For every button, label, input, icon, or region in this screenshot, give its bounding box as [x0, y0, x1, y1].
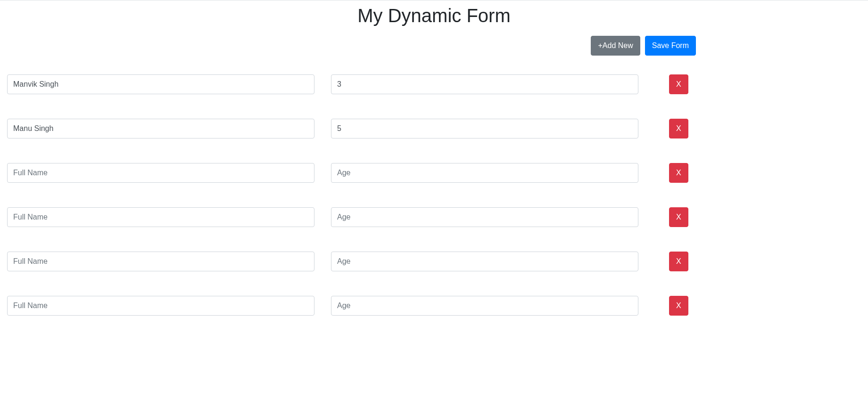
full-name-input[interactable] [7, 207, 314, 227]
form-row: X [7, 163, 861, 183]
age-input[interactable] [331, 119, 638, 138]
toolbar: +Add New Save Form [7, 36, 861, 56]
form-row: X [7, 74, 861, 94]
full-name-input[interactable] [7, 74, 314, 94]
form-row: X [7, 207, 861, 227]
age-input[interactable] [331, 163, 638, 183]
form-row: X [7, 252, 861, 271]
delete-row-button[interactable]: X [669, 207, 688, 227]
form-row: X [7, 119, 861, 138]
age-input[interactable] [331, 207, 638, 227]
top-divider [0, 0, 868, 0]
delete-row-button[interactable]: X [669, 163, 688, 183]
age-input[interactable] [331, 74, 638, 94]
form-rows-container: X X X [7, 74, 861, 316]
add-new-button[interactable]: +Add New [591, 36, 640, 56]
form-row: X [7, 296, 861, 316]
save-form-button[interactable]: Save Form [645, 36, 696, 56]
age-input[interactable] [331, 296, 638, 316]
delete-row-button[interactable]: X [669, 119, 688, 138]
full-name-input[interactable] [7, 252, 314, 271]
full-name-input[interactable] [7, 119, 314, 138]
delete-row-button[interactable]: X [669, 252, 688, 271]
page-title: My Dynamic Form [7, 5, 861, 26]
full-name-input[interactable] [7, 163, 314, 183]
full-name-input[interactable] [7, 296, 314, 316]
age-input[interactable] [331, 252, 638, 271]
delete-row-button[interactable]: X [669, 296, 688, 316]
delete-row-button[interactable]: X [669, 74, 688, 94]
